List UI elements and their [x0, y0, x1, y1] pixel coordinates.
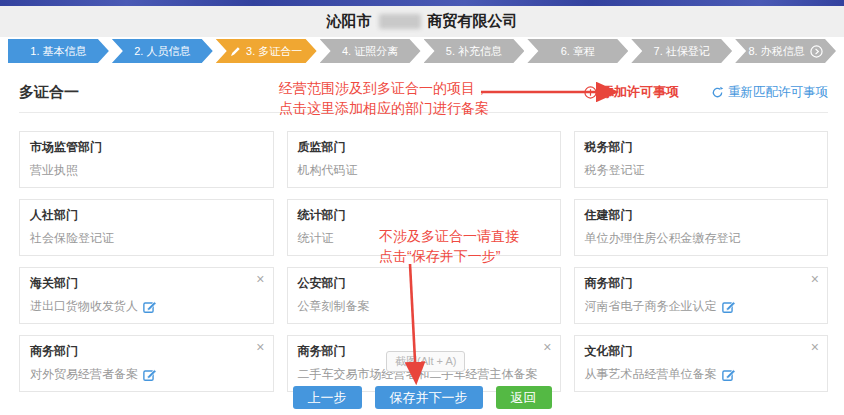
- screenshot-tool-tooltip[interactable]: 截图(Alt + A): [386, 351, 465, 372]
- refresh-icon: [711, 86, 724, 99]
- permit-card-commerce-foreign-trade: 商务部门 对外贸易经营者备案: [19, 335, 274, 392]
- permit-card-market-supervision: 市场监管部门 营业执照: [19, 131, 274, 188]
- section-divider: [19, 112, 828, 113]
- save-next-step-button[interactable]: 保存并下一步: [375, 386, 483, 409]
- step-personnel-info[interactable]: 2. 人员信息: [112, 39, 213, 63]
- edit-icon[interactable]: [722, 300, 736, 314]
- permit-card-customs: 海关部门 进出口货物收发货人: [19, 267, 274, 324]
- company-name-prefix: 沁阳市: [327, 12, 372, 31]
- circle-chevron-right-icon[interactable]: [810, 45, 823, 58]
- card-dept: 文化部门: [585, 343, 806, 360]
- step-tax-info[interactable]: 8. 办税信息: [735, 39, 836, 63]
- step-label: 6. 章程: [561, 44, 595, 59]
- card-cert: 机构代码证: [298, 162, 538, 179]
- step-multi-cert[interactable]: 3. 多证合一: [216, 39, 317, 63]
- permit-card-quality-supervision: 质监部门 机构代码证: [287, 131, 561, 188]
- step-label: 2. 人员信息: [134, 44, 190, 59]
- main-content: 多证合一 添加许可事项 重新匹配许可事项 市场监管部门 营业执照 质监部门 机构…: [0, 63, 844, 392]
- add-permit-label: 添加许可事项: [601, 83, 679, 101]
- card-cert: 公章刻制备案: [298, 298, 538, 315]
- card-cert: 社会保险登记证: [30, 230, 251, 247]
- redacted-company-name: [379, 14, 421, 29]
- step-basic-info[interactable]: 1. 基本信息: [8, 39, 109, 63]
- step-social-security[interactable]: 7. 社保登记: [631, 39, 732, 63]
- step-cert-separation[interactable]: 4. 证照分离: [320, 39, 421, 63]
- plus-circle-icon: [584, 86, 597, 99]
- step-wizard: 1. 基本信息 2. 人员信息 3. 多证合一 4. 证照分离 5. 补充信息 …: [8, 39, 836, 63]
- permit-card-statistics: 统计部门 统计证: [287, 199, 561, 256]
- step-label: 5. 补充信息: [446, 44, 502, 59]
- permit-card-police: 公安部门 公章刻制备案: [287, 267, 561, 324]
- close-icon[interactable]: [811, 272, 819, 286]
- bottom-button-row: 上一步 保存并下一步 返回: [0, 386, 844, 409]
- step-label: 3. 多证合一: [246, 44, 302, 59]
- prev-step-button[interactable]: 上一步: [293, 386, 362, 409]
- pencil-icon: [230, 46, 241, 57]
- edit-icon[interactable]: [722, 368, 736, 382]
- step-label: 4. 证照分离: [342, 44, 398, 59]
- card-cert: 进出口货物收发货人: [30, 298, 251, 315]
- back-button[interactable]: 返回: [496, 386, 552, 409]
- step-supplement-info[interactable]: 5. 补充信息: [424, 39, 525, 63]
- edit-icon[interactable]: [143, 368, 157, 382]
- card-cert: 对外贸易经营者备案: [30, 366, 251, 383]
- permit-card-commerce-ecommerce: 商务部门 河南省电子商务企业认定: [574, 267, 829, 324]
- card-cert: 税务登记证: [585, 162, 806, 179]
- permit-card-culture: 文化部门 从事艺术品经营单位备案: [574, 335, 829, 392]
- step-label: 1. 基本信息: [30, 44, 86, 59]
- card-cert: 营业执照: [30, 162, 251, 179]
- card-dept: 人社部门: [30, 207, 251, 224]
- card-dept: 商务部门: [585, 275, 806, 292]
- card-dept: 海关部门: [30, 275, 251, 292]
- card-dept: 统计部门: [298, 207, 538, 224]
- card-dept: 商务部门: [30, 343, 251, 360]
- close-icon[interactable]: [543, 340, 551, 354]
- card-dept: 公安部门: [298, 275, 538, 292]
- card-dept: 住建部门: [585, 207, 806, 224]
- rematch-permit-link[interactable]: 重新匹配许可事项: [711, 84, 828, 101]
- page-header: 沁阳市 商贸有限公司: [0, 6, 844, 37]
- card-cert: 从事艺术品经营单位备案: [585, 366, 806, 383]
- close-icon[interactable]: [811, 340, 819, 354]
- rematch-permit-label: 重新匹配许可事项: [728, 84, 828, 101]
- permit-card-human-resources: 人社部门 社会保险登记证: [19, 199, 274, 256]
- step-label: 7. 社保登记: [654, 44, 710, 59]
- permit-card-tax: 税务部门 税务登记证: [574, 131, 829, 188]
- add-permit-link[interactable]: 添加许可事项: [584, 83, 679, 101]
- card-cert: 单位办理住房公积金缴存登记: [585, 230, 806, 247]
- card-cert: 统计证: [298, 230, 538, 247]
- company-name-suffix: 商贸有限公司: [428, 12, 518, 31]
- permit-card-housing: 住建部门 单位办理住房公积金缴存登记: [574, 199, 829, 256]
- card-dept: 市场监管部门: [30, 139, 251, 156]
- close-icon[interactable]: [256, 340, 264, 354]
- card-cert: 河南省电子商务企业认定: [585, 298, 806, 315]
- card-dept: 质监部门: [298, 139, 538, 156]
- card-dept: 税务部门: [585, 139, 806, 156]
- step-label: 8. 办税信息: [748, 44, 804, 59]
- edit-icon[interactable]: [143, 300, 157, 314]
- step-charter[interactable]: 6. 章程: [527, 39, 628, 63]
- page-title: 多证合一: [19, 83, 79, 102]
- close-icon[interactable]: [256, 272, 264, 286]
